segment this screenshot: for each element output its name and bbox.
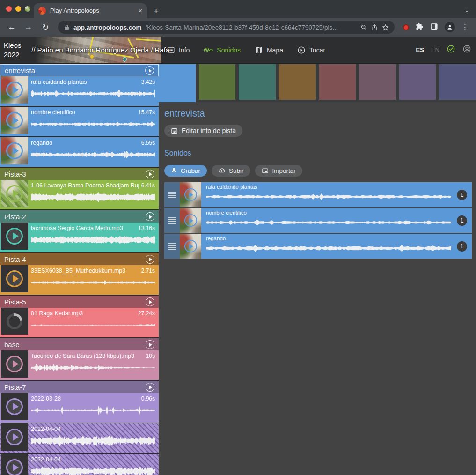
- tab-info[interactable]: Info: [167, 46, 190, 54]
- track-color-swatch[interactable]: [159, 64, 196, 102]
- track-color-swatch[interactable]: [199, 64, 236, 100]
- track-play-icon[interactable]: [146, 212, 154, 221]
- minimize-window-button[interactable]: [15, 6, 21, 12]
- main-sound-row[interactable]: nombre cientifico 1: [164, 208, 472, 233]
- track-header[interactable]: Pista-5: [0, 296, 159, 308]
- track-play-icon[interactable]: [145, 66, 154, 75]
- sound-thumbnail[interactable]: [1, 423, 28, 451]
- play-overlay-icon[interactable]: [6, 356, 23, 372]
- account-user-icon[interactable]: [462, 45, 471, 55]
- sound-thumbnail[interactable]: [1, 265, 28, 292]
- main-sound-row[interactable]: rafa cuidando plantas 1: [164, 182, 472, 207]
- record-button[interactable]: Grabar: [164, 165, 207, 177]
- edit-track-info-button[interactable]: Editar info de pista: [164, 125, 242, 137]
- sidebar-sound-row[interactable]: 01 Raga Kedar.mp3 27.24s: [0, 308, 159, 337]
- track-color-swatch[interactable]: [359, 64, 396, 100]
- play-overlay-icon[interactable]: [6, 398, 23, 415]
- sound-thumbnail[interactable]: [1, 223, 28, 250]
- project-brand[interactable]: Kleos 2022: [4, 41, 22, 59]
- sidebar-sound-row[interactable]: regando 6.55s: [0, 137, 159, 167]
- track-play-icon[interactable]: [146, 255, 154, 264]
- main-sound-row[interactable]: regando 1: [164, 234, 472, 259]
- sidebar-sound-row[interactable]: 2022-04-04: [0, 454, 159, 475]
- sound-thumbnail[interactable]: [180, 182, 201, 207]
- sound-thumbnail[interactable]: [1, 107, 28, 134]
- sidebar-sound-row[interactable]: nombre cientifico 15.47s: [0, 107, 159, 136]
- sound-thumbnail[interactable]: [180, 208, 201, 233]
- close-window-button[interactable]: [6, 6, 12, 12]
- tab-mapa[interactable]: Mapa: [255, 46, 283, 54]
- drag-handle-icon[interactable]: [164, 182, 180, 207]
- play-overlay-icon[interactable]: [6, 270, 23, 287]
- play-overlay-icon[interactable]: [6, 142, 23, 159]
- play-overlay-icon[interactable]: [184, 214, 197, 227]
- sidebar-sound-row[interactable]: Taconeo de Sara Baras (128 kbps).mp3 10s: [0, 350, 159, 380]
- sound-thumbnail[interactable]: [1, 308, 28, 335]
- forward-button[interactable]: →: [22, 22, 36, 32]
- upload-button[interactable]: Subir: [212, 165, 250, 177]
- play-overlay-icon[interactable]: [3, 310, 26, 333]
- track-header[interactable]: Pista-4: [0, 253, 159, 265]
- sound-thumbnail[interactable]: [1, 350, 28, 378]
- sidebar-sound-row[interactable]: 33ESX6038_B5_Muthedukkum.mp3 2.71s: [0, 265, 159, 295]
- recording-indicator-icon[interactable]: [403, 24, 409, 30]
- track-play-icon[interactable]: [146, 297, 154, 306]
- drag-handle-icon[interactable]: [164, 208, 180, 233]
- back-button[interactable]: ←: [5, 22, 19, 32]
- browser-tab[interactable]: Play Antropoloops ×: [34, 3, 147, 18]
- track-header[interactable]: base: [0, 338, 159, 350]
- sound-thumbnail[interactable]: [180, 234, 201, 259]
- zoom-indicator-icon[interactable]: [360, 24, 367, 31]
- extensions-puzzle-icon[interactable]: [416, 22, 424, 32]
- reload-button[interactable]: ↻: [38, 22, 52, 32]
- sound-thumbnail[interactable]: [1, 180, 28, 207]
- tab-sonidos[interactable]: Sonidos: [204, 46, 241, 54]
- lang-es-button[interactable]: ES: [416, 46, 424, 53]
- sidebar-sound-row[interactable]: 1-06 Lavanya Rama Poorna Shadjam Rupak..…: [0, 180, 159, 209]
- share-icon[interactable]: [371, 24, 378, 31]
- sound-thumbnail[interactable]: [1, 454, 28, 475]
- sidebar-sound-row[interactable]: rafa cuidando plantas 3.42s: [0, 76, 159, 106]
- play-overlay-icon[interactable]: [6, 459, 23, 475]
- track-play-icon[interactable]: [146, 340, 154, 349]
- track-header[interactable]: Pista-7: [0, 381, 159, 393]
- sidebar-sound-row[interactable]: 2022-04-04: [0, 423, 159, 453]
- url-bar[interactable]: app.antropoloops.com/Kleos-Santa-Marina/…: [58, 21, 395, 34]
- lang-en-button[interactable]: EN: [431, 46, 439, 53]
- sound-title: nombre cientifico: [31, 109, 135, 116]
- play-overlay-icon[interactable]: [184, 240, 197, 252]
- track-color-swatch[interactable]: [399, 64, 436, 100]
- profile-avatar[interactable]: [445, 22, 455, 32]
- track-play-icon[interactable]: [146, 170, 154, 178]
- zoom-window-button[interactable]: [25, 6, 30, 12]
- sidebar-sound-row[interactable]: lacrimosa Sergio García Merlo.mp3 13.16s: [0, 223, 159, 252]
- play-overlay-icon[interactable]: [6, 112, 23, 129]
- tab-close-icon[interactable]: ×: [139, 7, 142, 15]
- sidebar-sound-row[interactable]: 2022-03-28 0.96s: [0, 393, 159, 423]
- track-header[interactable]: entrevista: [0, 64, 159, 76]
- track-header[interactable]: Pista-2: [0, 210, 159, 223]
- sync-status-check-icon[interactable]: [447, 45, 455, 55]
- sound-thumbnail[interactable]: [1, 393, 28, 420]
- bookmark-star-icon[interactable]: [382, 24, 389, 31]
- new-tab-button[interactable]: +: [154, 7, 159, 15]
- side-panel-icon[interactable]: [430, 22, 438, 32]
- track-color-swatch[interactable]: [439, 64, 476, 100]
- track-color-swatch[interactable]: [279, 64, 316, 100]
- drag-handle-icon[interactable]: [164, 234, 180, 259]
- play-overlay-icon[interactable]: [6, 228, 23, 245]
- tab-tocar[interactable]: Tocar: [297, 46, 325, 54]
- play-overlay-icon[interactable]: [6, 429, 23, 445]
- track-header[interactable]: Pista-3: [0, 168, 159, 180]
- import-button[interactable]: Importar: [255, 165, 302, 177]
- browser-menu-icon[interactable]: ⋮: [461, 23, 469, 31]
- play-overlay-icon[interactable]: [6, 82, 23, 98]
- track-play-icon[interactable]: [146, 383, 154, 392]
- sound-thumbnail[interactable]: [1, 76, 28, 104]
- play-overlay-icon[interactable]: [184, 188, 197, 201]
- track-color-swatch[interactable]: [319, 64, 356, 100]
- tab-search-chevron-icon[interactable]: ⌄: [464, 7, 469, 14]
- play-overlay-icon[interactable]: [6, 185, 23, 202]
- sound-thumbnail[interactable]: [1, 137, 28, 164]
- track-color-swatch[interactable]: [239, 64, 276, 100]
